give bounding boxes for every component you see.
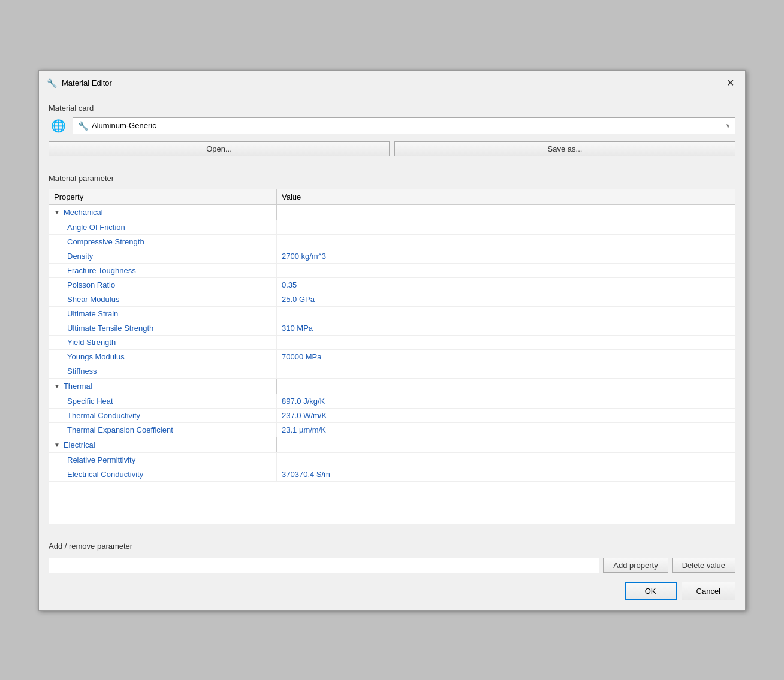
value-cell: 23.1 µm/m/K (277, 423, 735, 437)
table-row[interactable]: Angle Of Friction (49, 220, 735, 235)
table-row[interactable]: Stiffness (49, 364, 735, 379)
table-row[interactable]: Relative Permittivity (49, 453, 735, 467)
chevron-down-icon: ▼ (54, 383, 60, 389)
property-cell: Yield Strength (49, 336, 277, 349)
table-row[interactable]: Thermal Expansion Coefficient 23.1 µm/m/… (49, 423, 735, 437)
group-value-cell (277, 379, 735, 394)
close-button[interactable]: ✕ (722, 75, 738, 91)
dropdown-arrow-icon: ∨ (726, 122, 730, 129)
group-header-cell: ▼ Mechanical (49, 205, 277, 220)
table-row[interactable]: Youngs Modulus 70000 MPa (49, 350, 735, 364)
property-cell: Thermal Expansion Coefficient (49, 423, 277, 437)
value-cell (277, 264, 735, 277)
value-cell: 0.35 (277, 278, 735, 292)
property-cell: Stiffness (49, 364, 277, 378)
property-cell: Density (49, 249, 277, 263)
material-dropdown[interactable]: 🔧 Aluminum-Generic ∨ (73, 117, 735, 134)
cancel-button[interactable]: Cancel (682, 582, 735, 600)
table-row[interactable]: Ultimate Tensile Strength 310 MPa (49, 321, 735, 336)
window-body: Material card 🌐 🔧 Aluminum-Generic ∨ Ope… (39, 96, 745, 610)
value-cell: 237.0 W/m/K (277, 409, 735, 422)
table-body: ▼ Mechanical Angle Of Friction Compressi… (49, 205, 735, 524)
table-row[interactable]: Compressive Strength (49, 235, 735, 249)
value-cell: 2700 kg/m^3 (277, 249, 735, 263)
app-icon: 🔧 (46, 78, 57, 89)
footer-row: OK Cancel (49, 579, 735, 600)
table-row[interactable]: Fracture Toughness (49, 264, 735, 278)
property-cell: Youngs Modulus (49, 350, 277, 364)
material-parameter-section: Material parameter Property Value ▼ Mech… (49, 174, 735, 524)
chevron-down-icon: ▼ (54, 209, 60, 216)
group-name: Thermal (64, 382, 92, 391)
group-header-cell: ▼ Electrical (49, 437, 277, 452)
table-row[interactable]: Yield Strength (49, 336, 735, 350)
open-button[interactable]: Open... (49, 141, 390, 156)
group-header-row[interactable]: ▼ Electrical (49, 437, 735, 453)
property-table[interactable]: Property Value ▼ Mechanical Angle Of Fri… (49, 189, 735, 524)
add-remove-label: Add / remove parameter (49, 542, 735, 551)
group-name: Electrical (64, 440, 95, 449)
material-app-icon: 🔧 (78, 121, 88, 131)
material-card-row: 🌐 🔧 Aluminum-Generic ∨ (49, 116, 735, 135)
value-cell: 897.0 J/kg/K (277, 394, 735, 408)
table-row[interactable]: Density 2700 kg/m^3 (49, 249, 735, 264)
add-remove-section: Add / remove parameter Add property Dele… (49, 542, 735, 573)
header-value: Value (277, 189, 735, 204)
material-name: Aluminum-Generic (92, 121, 156, 130)
group-header-row[interactable]: ▼ Thermal (49, 379, 735, 394)
property-cell: Angle Of Friction (49, 220, 277, 234)
delete-value-button[interactable]: Delete value (672, 558, 735, 573)
material-card-label: Material card (49, 104, 735, 113)
value-cell (277, 364, 735, 378)
add-property-input[interactable] (49, 558, 599, 573)
group-name: Mechanical (64, 208, 103, 217)
header-property: Property (49, 189, 277, 204)
globe-icon: 🌐 (49, 116, 68, 135)
property-cell: Specific Heat (49, 394, 277, 408)
property-cell: Electrical Conductivity (49, 467, 277, 481)
material-parameter-label: Material parameter (49, 174, 735, 183)
table-row[interactable]: Poisson Ratio 0.35 (49, 278, 735, 292)
table-row[interactable]: Ultimate Strain (49, 307, 735, 321)
value-cell: 310 MPa (277, 321, 735, 335)
property-cell: Thermal Conductivity (49, 409, 277, 422)
group-header-row[interactable]: ▼ Mechanical (49, 205, 735, 220)
divider-2 (49, 533, 735, 533)
property-cell: Compressive Strength (49, 235, 277, 249)
material-card-section: Material card 🌐 🔧 Aluminum-Generic ∨ (49, 104, 735, 135)
property-cell: Ultimate Strain (49, 307, 277, 321)
value-cell (277, 307, 735, 321)
chevron-down-icon: ▼ (54, 442, 60, 448)
value-cell (277, 453, 735, 467)
property-cell: Poisson Ratio (49, 278, 277, 292)
value-cell (277, 235, 735, 249)
group-value-cell (277, 437, 735, 452)
table-row[interactable]: Electrical Conductivity 370370.4 S/m (49, 467, 735, 482)
property-cell: Relative Permittivity (49, 453, 277, 467)
ok-button[interactable]: OK (625, 582, 677, 600)
table-row[interactable]: Shear Modulus 25.0 GPa (49, 292, 735, 307)
property-cell: Fracture Toughness (49, 264, 277, 277)
property-cell: Shear Modulus (49, 292, 277, 306)
table-row[interactable]: Thermal Conductivity 237.0 W/m/K (49, 409, 735, 423)
table-row[interactable]: Specific Heat 897.0 J/kg/K (49, 394, 735, 409)
file-button-row: Open... Save as... (49, 141, 735, 156)
divider-1 (49, 165, 735, 165)
material-editor-window: 🔧 Material Editor ✕ Material card 🌐 🔧 Al… (38, 70, 746, 611)
group-value-cell (277, 205, 735, 220)
value-cell (277, 220, 735, 234)
save-as-button[interactable]: Save as... (394, 141, 735, 156)
title-bar-left: 🔧 Material Editor (46, 78, 112, 89)
property-cell: Ultimate Tensile Strength (49, 321, 277, 335)
add-property-button[interactable]: Add property (603, 558, 668, 573)
title-bar: 🔧 Material Editor ✕ (39, 71, 745, 96)
value-cell: 370370.4 S/m (277, 467, 735, 481)
value-cell (277, 336, 735, 349)
window-title: Material Editor (62, 78, 112, 87)
value-cell: 25.0 GPa (277, 292, 735, 306)
table-header: Property Value (49, 189, 735, 205)
value-cell: 70000 MPa (277, 350, 735, 364)
group-header-cell: ▼ Thermal (49, 379, 277, 394)
add-remove-row: Add property Delete value (49, 558, 735, 573)
